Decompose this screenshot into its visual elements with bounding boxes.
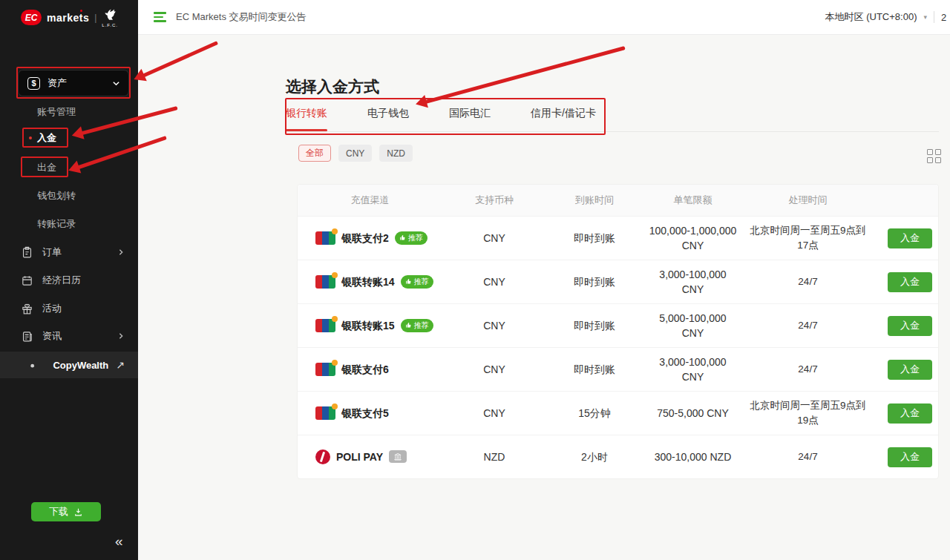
brand-logo: EC markets | L.F.C. bbox=[21, 7, 118, 27]
tab-credit-debit-card[interactable]: 信用卡/借记卡 bbox=[531, 107, 596, 131]
timezone-selector[interactable]: 本地时区 (UTC+8:00) bbox=[825, 10, 917, 24]
announcement-link[interactable]: EC Markets 交易时间变更公告 bbox=[176, 10, 307, 24]
table-row: 银联支付5 CNY 15分钟 750-5,000 CNY 北京时间周一至周五9点… bbox=[298, 391, 938, 435]
sidebar-item-transfer-records[interactable]: 转账记录 bbox=[0, 216, 138, 232]
limit-cell: 3,000-100,000 CNY bbox=[643, 355, 743, 385]
subitem-label: 入金 bbox=[37, 131, 56, 145]
download-icon bbox=[73, 507, 83, 517]
broadcast-icon bbox=[19, 352, 45, 378]
deposit-button[interactable]: 入金 bbox=[888, 403, 932, 424]
processing-cell: 北京时间周一至周五9点到19点 bbox=[743, 398, 873, 427]
chevron-right-icon bbox=[117, 332, 125, 340]
menu-label: 订单 bbox=[42, 246, 108, 259]
thumbs-up-icon bbox=[405, 322, 412, 329]
unionpay-logo-icon bbox=[315, 275, 335, 289]
arrival-cell: 即时到账 bbox=[546, 318, 643, 333]
deposit-method-tabs: 银行转账 电子钱包 国际电汇 信用卡/借记卡 bbox=[286, 107, 939, 132]
table-row: 银联转账14 推荐 CNY 即时到账 3,000-100,000 CNY 24/… bbox=[298, 260, 938, 303]
sidebar-item-withdraw[interactable]: 出金 bbox=[0, 159, 138, 176]
currency-cell: NZD bbox=[442, 449, 546, 464]
arrival-cell: 2小时 bbox=[546, 449, 643, 464]
processing-cell: 24/7 bbox=[743, 318, 873, 333]
lfc-logo: L.F.C. bbox=[102, 7, 118, 27]
channel-name: 银联支付6 bbox=[341, 362, 389, 377]
processing-cell: 北京时间周一至周五9点到17点 bbox=[743, 223, 873, 252]
subitem-label: 转账记录 bbox=[37, 217, 76, 231]
grid-view-icon[interactable] bbox=[927, 149, 941, 163]
unionpay-logo-icon bbox=[315, 406, 335, 420]
tab-international-wire[interactable]: 国际电汇 bbox=[449, 107, 491, 131]
arrival-cell: 即时到账 bbox=[546, 231, 643, 246]
deposit-button[interactable]: 入金 bbox=[888, 272, 932, 292]
channel-name: 银联转账14 bbox=[341, 274, 395, 289]
thumbs-up-icon bbox=[405, 278, 412, 285]
deposit-button[interactable]: 入金 bbox=[888, 360, 932, 380]
download-button[interactable]: 下载 bbox=[31, 502, 101, 521]
filter-nzd[interactable]: NZD bbox=[379, 145, 413, 162]
liverbird-icon bbox=[102, 7, 117, 22]
table-header-row: 充值渠道 支持币种 到账时间 单笔限额 处理时间 bbox=[298, 185, 938, 216]
recommended-badge: 推荐 bbox=[401, 319, 433, 333]
sidebar-item-account-management[interactable]: 账号管理 bbox=[0, 104, 138, 120]
subitem-label: 钱包划转 bbox=[37, 189, 76, 202]
deposit-button[interactable]: 入金 bbox=[888, 447, 932, 467]
chevron-right-icon bbox=[117, 248, 125, 256]
deposit-button[interactable]: 入金 bbox=[888, 228, 932, 248]
col-header-limit: 单笔限额 bbox=[643, 194, 743, 207]
hamburger-menu-icon[interactable] bbox=[154, 12, 166, 22]
sidebar-item-orders[interactable]: 订单 bbox=[0, 243, 138, 262]
currency-cell: CNY bbox=[442, 406, 546, 421]
tab-bank-transfer[interactable]: 银行转账 bbox=[286, 107, 327, 131]
col-header-channel: 充值渠道 bbox=[298, 194, 442, 207]
channel-name: POLI PAY bbox=[336, 449, 383, 464]
sidebar: EC markets | L.F.C. $ 资产 账号管理 入金 出金 钱包划 bbox=[0, 0, 138, 560]
download-label: 下载 bbox=[49, 505, 68, 518]
tab-e-wallet[interactable]: 电子钱包 bbox=[367, 107, 409, 131]
recommended-badge: 推荐 bbox=[401, 275, 433, 289]
topbar-divider bbox=[934, 11, 934, 23]
caret-down-icon[interactable]: ▾ bbox=[923, 13, 927, 21]
thumbs-up-icon bbox=[399, 234, 406, 241]
deposit-button[interactable]: 入金 bbox=[888, 316, 932, 336]
unionpay-logo-icon bbox=[315, 231, 335, 245]
table-row: 银联支付6 CNY 即时到账 3,000-100,000 CNY 24/7 入金 bbox=[298, 347, 938, 391]
limit-cell: 750-5,000 CNY bbox=[643, 406, 743, 421]
arrival-cell: 即时到账 bbox=[546, 362, 643, 377]
subitem-label: 出金 bbox=[37, 161, 56, 174]
sidebar-item-deposit[interactable]: 入金 bbox=[0, 130, 138, 146]
table-row: 银联支付2 推荐 CNY 即时到账 100,000-1,000,000 CNY … bbox=[298, 216, 938, 260]
topbar: EC Markets 交易时间变更公告 本地时区 (UTC+8:00) ▾ 2 bbox=[138, 0, 950, 35]
col-header-processing: 处理时间 bbox=[743, 194, 873, 207]
ec-logo-icon: EC bbox=[21, 10, 42, 25]
sidebar-item-economic-calendar[interactable]: 经济日历 bbox=[0, 271, 138, 290]
sidebar-item-wallet-transfer[interactable]: 钱包划转 bbox=[0, 188, 138, 204]
bank-icon bbox=[389, 450, 407, 463]
table-row: 银联转账15 推荐 CNY 即时到账 5,000-100,000 CNY 24/… bbox=[298, 303, 938, 347]
arrival-cell: 15分钟 bbox=[546, 406, 643, 421]
calendar-icon bbox=[21, 274, 33, 287]
topbar-right: 本地时区 (UTC+8:00) ▾ 2 bbox=[825, 10, 950, 24]
topbar-edge-number[interactable]: 2 bbox=[941, 12, 950, 23]
chevron-down-icon bbox=[112, 79, 119, 87]
currency-cell: CNY bbox=[442, 362, 546, 377]
gift-icon bbox=[21, 303, 33, 315]
limit-cell: 5,000-100,000 CNY bbox=[643, 311, 743, 341]
filter-cny[interactable]: CNY bbox=[338, 145, 372, 162]
limit-cell: 3,000-100,000 CNY bbox=[643, 267, 743, 297]
channel-name: 银联支付2 bbox=[341, 231, 389, 246]
sidebar-item-activities[interactable]: 活动 bbox=[0, 299, 138, 318]
sidebar-item-news[interactable]: 资讯 bbox=[0, 326, 138, 346]
sidebar-item-assets[interactable]: $ 资产 bbox=[18, 70, 129, 96]
sidebar-item-copywealth[interactable]: CopyWealth ↗ bbox=[0, 352, 138, 378]
limit-cell: 100,000-1,000,000 CNY bbox=[643, 223, 743, 254]
filter-all[interactable]: 全部 bbox=[298, 145, 331, 162]
page-title: 选择入金方式 bbox=[286, 76, 379, 97]
currency-cell: CNY bbox=[442, 231, 546, 246]
collapse-sidebar-icon[interactable]: « bbox=[115, 533, 123, 550]
main-content: 选择入金方式 银行转账 电子钱包 国际电汇 信用卡/借记卡 全部 CNY NZD… bbox=[138, 36, 950, 560]
assets-label: 资产 bbox=[48, 76, 105, 90]
external-link-icon: ↗ bbox=[116, 359, 125, 371]
limit-cell: 300-10,000 NZD bbox=[643, 449, 743, 464]
clipboard-icon bbox=[21, 246, 33, 259]
processing-cell: 24/7 bbox=[743, 449, 873, 464]
